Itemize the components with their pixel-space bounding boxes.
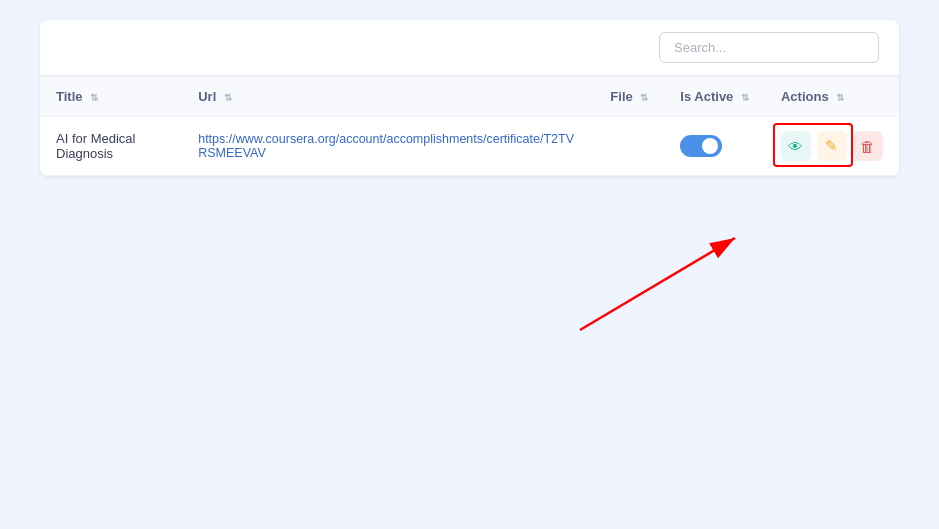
table-row: AI for Medical Diagnosis https://www.cou…: [40, 117, 899, 176]
sort-icon-actions: ⇅: [836, 92, 844, 103]
cell-isactive: [664, 117, 765, 176]
sort-icon-url: ⇅: [224, 92, 232, 103]
content-area: Title ⇅ Url ⇅ File ⇅ Is Active: [0, 0, 939, 196]
col-header-title[interactable]: Title ⇅: [40, 77, 182, 117]
cell-title: AI for Medical Diagnosis: [40, 117, 182, 176]
trash-icon: 🗑: [860, 138, 875, 155]
actions-cell: 👁 ✎ 🗑: [781, 131, 883, 161]
toggle-container: [680, 135, 749, 157]
search-input[interactable]: [659, 32, 879, 63]
col-header-url[interactable]: Url ⇅: [182, 77, 594, 117]
sort-icon-title: ⇅: [90, 92, 98, 103]
cell-file: [594, 117, 664, 176]
page-wrapper: Title ⇅ Url ⇅ File ⇅ Is Active: [0, 0, 939, 529]
toggle-slider: [680, 135, 722, 157]
data-table: Title ⇅ Url ⇅ File ⇅ Is Active: [40, 76, 899, 176]
col-header-actions[interactable]: Actions ⇅: [765, 77, 899, 117]
view-button[interactable]: 👁: [781, 131, 811, 161]
isactive-toggle[interactable]: [680, 135, 722, 157]
edit-icon: ✎: [825, 137, 838, 155]
svg-line-1: [580, 238, 735, 330]
delete-button[interactable]: 🗑: [853, 131, 883, 161]
sort-icon-isactive: ⇅: [741, 92, 749, 103]
edit-button[interactable]: ✎: [817, 131, 847, 161]
col-header-isactive[interactable]: Is Active ⇅: [664, 77, 765, 117]
cell-actions: 👁 ✎ 🗑: [765, 117, 899, 176]
top-bar: [40, 20, 899, 76]
table-header-row: Title ⇅ Url ⇅ File ⇅ Is Active: [40, 77, 899, 117]
main-container: Title ⇅ Url ⇅ File ⇅ Is Active: [40, 20, 899, 176]
eye-icon: 👁: [788, 138, 803, 155]
cell-url: https://www.coursera.org/account/accompl…: [182, 117, 594, 176]
search-wrapper: [659, 32, 879, 63]
sort-icon-file: ⇅: [640, 92, 648, 103]
col-header-file[interactable]: File ⇅: [594, 77, 664, 117]
